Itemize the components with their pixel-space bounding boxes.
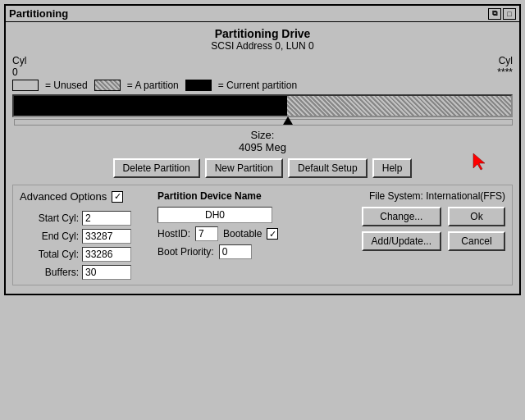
window-content: Partitioning Drive SCSI Address 0, LUN 0…: [6, 22, 519, 294]
end-cyl-label: End Cyl:: [20, 231, 79, 242]
slider-track[interactable]: [14, 119, 513, 126]
add-update-button[interactable]: Add/Update...: [362, 231, 441, 251]
restore-button[interactable]: ⧉: [488, 8, 501, 20]
total-cyl-label: Total Cyl:: [20, 249, 79, 260]
change-button[interactable]: Change...: [362, 207, 441, 226]
sub-title: SCSI Address 0, LUN 0: [12, 40, 513, 52]
advanced-label: Advanced Options: [20, 190, 107, 203]
unused-label: = Unused: [45, 80, 88, 91]
hostid-input[interactable]: [195, 226, 218, 241]
current-box: [185, 80, 212, 91]
buffers-row: Buffers:: [20, 265, 151, 280]
partition-row: HostID: Bootable ✓ Boot Priority:: [158, 207, 505, 259]
size-info: Size: 4095 Meg: [12, 129, 513, 153]
maximize-button[interactable]: □: [503, 8, 516, 20]
top-middle-row: Partition Device Name File System: Inter…: [158, 190, 505, 202]
delete-partition-button[interactable]: Delete Partition: [113, 158, 200, 178]
partition-name-input[interactable]: [158, 207, 272, 223]
form-area: Advanced Options ✓ Start Cyl: End Cyl: T…: [12, 185, 513, 285]
cyl-right: Cyl ****: [497, 55, 513, 78]
buffers-input[interactable]: [82, 265, 131, 280]
main-title: Partitioning Drive: [12, 27, 513, 40]
toolbar-buttons: Delete Partition New Partition Default S…: [12, 158, 513, 178]
ok-cancel-col: Ok Cancel: [448, 207, 505, 251]
cancel-button[interactable]: Cancel: [448, 231, 505, 251]
header-section: Partitioning Drive SCSI Address 0, LUN 0: [12, 27, 513, 52]
title-bar: Partitioning ⧉ □: [6, 6, 519, 22]
drive-bar: [12, 94, 513, 117]
advanced-checkbox[interactable]: ✓: [112, 191, 123, 203]
boot-priority-row: Boot Priority:: [158, 244, 355, 259]
end-cyl-row: End Cyl:: [20, 229, 151, 244]
partition-box: [94, 80, 121, 91]
partition-name-label: Partition Device Name: [158, 190, 262, 202]
a-partition-label: = A partition: [127, 80, 179, 91]
window-title: Partitioning: [9, 7, 68, 20]
cyl-left: Cyl 0: [12, 55, 26, 78]
ok-button[interactable]: Ok: [448, 207, 505, 226]
drive-bar-a-partition: [287, 96, 511, 116]
hostid-label: HostID:: [158, 228, 190, 240]
current-label: = Current partition: [218, 80, 297, 91]
default-setup-button[interactable]: Default Setup: [288, 158, 368, 178]
middle-panel: Partition Device Name File System: Inter…: [158, 190, 505, 259]
buffers-label: Buffers:: [20, 267, 79, 278]
cyl-row: Cyl 0 Cyl ****: [12, 55, 513, 78]
unused-box: [12, 80, 39, 91]
end-cyl-input[interactable]: [82, 229, 131, 244]
slider-row[interactable]: [12, 119, 513, 126]
bootable-checkbox[interactable]: ✓: [267, 228, 278, 240]
help-button[interactable]: Help: [372, 158, 413, 178]
file-system-label: File System: International(FFS): [369, 190, 505, 202]
bootable-label: Bootable: [223, 228, 262, 240]
boot-priority-input[interactable]: [219, 244, 252, 259]
main-window: Partitioning ⧉ □ Partitioning Drive SCSI…: [4, 4, 521, 295]
advanced-row: Advanced Options ✓: [20, 190, 151, 203]
start-cyl-label: Start Cyl:: [20, 212, 79, 224]
hostid-bootable-row: HostID: Bootable ✓: [158, 226, 355, 241]
slider-thumb[interactable]: [283, 116, 293, 125]
legend-row: = Unused = A partition = Current partiti…: [12, 80, 513, 91]
total-cyl-input[interactable]: [82, 247, 131, 262]
total-cyl-row: Total Cyl:: [20, 247, 151, 262]
title-bar-buttons: ⧉ □: [488, 8, 516, 20]
partition-name-col: HostID: Bootable ✓ Boot Priority:: [158, 207, 355, 259]
start-cyl-row: Start Cyl:: [20, 211, 151, 226]
new-partition-button[interactable]: New Partition: [205, 158, 283, 178]
left-panel: Advanced Options ✓ Start Cyl: End Cyl: T…: [20, 190, 151, 280]
boot-priority-label: Boot Priority:: [158, 246, 214, 258]
size-value: 4095 Meg: [239, 141, 286, 153]
drive-bar-current: [14, 96, 287, 116]
size-label: Size:: [251, 129, 275, 141]
action-col: Change... Add/Update...: [362, 207, 441, 251]
start-cyl-input[interactable]: [82, 211, 131, 226]
